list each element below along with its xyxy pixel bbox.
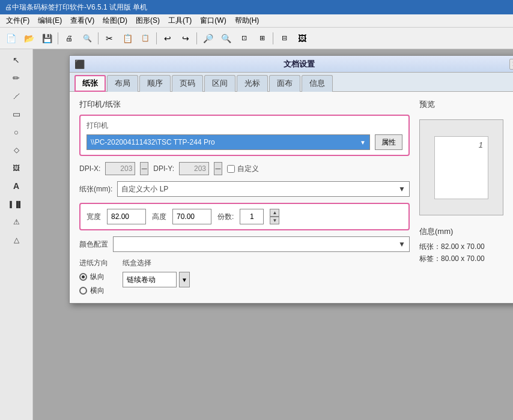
tab-zone[interactable]: 区间 <box>204 75 235 92</box>
printer-value: \\PC-202004111432\TSC TTP-244 Pro <box>91 138 215 146</box>
dialog-close-button[interactable]: ✕ <box>509 59 513 70</box>
copies-spin-down[interactable]: ▼ <box>270 217 279 224</box>
width-label: 宽度 <box>87 212 101 222</box>
width-input[interactable] <box>107 209 146 224</box>
tray-dropdown-arrow-btn[interactable]: ▼ <box>179 272 190 287</box>
printer-row: \\PC-202004111432\TSC TTP-244 Pro ▼ 属性 <box>87 134 402 150</box>
toolbar-undo[interactable]: ↩ <box>159 31 176 46</box>
dpi-x-input[interactable] <box>105 162 135 175</box>
toolbar-preview[interactable]: 🔍 <box>79 31 96 46</box>
tab-layout[interactable]: 布局 <box>107 75 138 92</box>
dpi-y-btn[interactable]: — <box>214 162 222 175</box>
paper-row: 纸张(mm): 自定义大小 LP ▼ <box>79 181 410 197</box>
tab-order[interactable]: 顺序 <box>139 75 171 92</box>
tool-triangle[interactable]: △ <box>7 232 25 248</box>
dialog-tabs: 纸张 布局 顺序 页码 区间 光标 面布 信息 <box>70 73 513 92</box>
info-paper-size: 纸张：82.00 x 70.00 <box>419 241 513 253</box>
paper-label: 纸张(mm): <box>79 184 112 194</box>
tool-text[interactable]: A <box>7 178 25 194</box>
tray-section: 纸盒选择 链续卷动 ▼ <box>123 258 190 296</box>
color-dropdown-arrow: ▼ <box>398 240 405 248</box>
menu-draw[interactable]: 绘图(D) <box>99 15 131 26</box>
copies-spin-up[interactable]: ▲ <box>270 209 279 217</box>
printer-label: 打印机 <box>87 121 402 131</box>
height-label: 高度 <box>152 212 166 222</box>
printer-dropdown[interactable]: \\PC-202004111432\TSC TTP-244 Pro ▼ <box>87 134 370 150</box>
paper-dropdown[interactable]: 自定义大小 LP ▼ <box>117 181 410 197</box>
menu-bar: 文件(F) 编辑(E) 查看(V) 绘图(D) 图形(S) 工具(T) 窗口(W… <box>0 14 513 28</box>
toolbar-sep-5 <box>273 32 273 44</box>
section-printer-title: 打印机/纸张 <box>79 99 410 110</box>
preview-paper: 1 <box>434 136 488 199</box>
toolbar-zoom-all[interactable]: ⊞ <box>253 31 270 46</box>
toolbar-paste[interactable]: 📋 <box>137 31 154 46</box>
toolbar-image[interactable]: 🖼 <box>294 31 311 46</box>
tool-rect[interactable]: ▭ <box>7 106 25 122</box>
radio-landscape-label: 横向 <box>90 286 105 296</box>
toolbar-cut[interactable]: ✂ <box>101 31 118 46</box>
radio-landscape-btn[interactable] <box>79 287 87 295</box>
tab-pagecode[interactable]: 页码 <box>172 75 203 92</box>
toolbar-grid[interactable]: ⊟ <box>276 31 293 46</box>
info-label-size: 标签：80.00 x 70.00 <box>419 253 513 265</box>
tab-paper[interactable]: 纸张 <box>74 75 106 92</box>
dpi-x-btn[interactable]: — <box>140 162 148 175</box>
custom-label: 自定义 <box>237 164 259 174</box>
tab-canvas[interactable]: 面布 <box>269 75 300 92</box>
canvas-area: ⬛ 文档设置 ✕ 纸张 布局 顺序 页码 区间 光标 面布 信息 <box>33 49 513 420</box>
paper-dropdown-arrow: ▼ <box>398 185 405 193</box>
menu-help[interactable]: 帮助(H) <box>231 15 263 26</box>
info-box: 信息(mm) 纸张：82.00 x 70.00 标签：80.00 x 70.00 <box>419 225 513 265</box>
property-button[interactable]: 属性 <box>375 134 402 150</box>
tray-value: 链续卷动 <box>127 275 156 285</box>
app-window: 🖨 中瑞条码标签打印软件-V6.5.1 试用版 单机 文件(F) 编辑(E) 查… <box>0 0 513 420</box>
tool-image[interactable]: 🖼 <box>7 160 25 176</box>
dialog-right-panel: 预览 1 信息(mm) 纸张：82.00 x 70.00 标签：80.00 x … <box>419 99 513 296</box>
menu-view[interactable]: 查看(V) <box>67 15 98 26</box>
toolbar-open[interactable]: 📂 <box>20 31 37 46</box>
tool-barcode[interactable]: ▌▐▌ <box>7 196 25 212</box>
tab-info[interactable]: 信息 <box>302 75 333 92</box>
toolbar: 📄 📂 💾 🖨 🔍 ✂ 📋 📋 ↩ ↪ 🔎 🔍 ⊡ ⊞ ⊟ 🖼 <box>0 28 513 49</box>
tool-ellipse[interactable]: ○ <box>7 124 25 140</box>
tool-diamond[interactable]: ◇ <box>7 142 25 158</box>
printer-dropdown-arrow: ▼ <box>360 139 366 146</box>
copies-spinner: ▲ ▼ <box>270 209 279 224</box>
dpi-x-label: DPI-X: <box>79 164 100 173</box>
menu-edit[interactable]: 编辑(E) <box>34 15 65 26</box>
toolbar-new[interactable]: 📄 <box>2 31 19 46</box>
tool-line[interactable]: ⟋ <box>7 88 25 104</box>
app-title: 中瑞条码标签打印软件-V6.5.1 试用版 单机 <box>12 2 147 13</box>
toolbar-sep-3 <box>156 32 157 44</box>
toolbar-copy[interactable]: 📋 <box>119 31 136 46</box>
tool-select[interactable]: ↖ <box>7 52 25 68</box>
color-dropdown[interactable]: ▼ <box>113 236 410 252</box>
toolbar-redo[interactable]: ↪ <box>177 31 194 46</box>
menu-window[interactable]: 窗口(W) <box>196 15 229 26</box>
tray-select-row: 链续卷动 ▼ <box>123 272 190 287</box>
toolbar-zoom-fit[interactable]: ⊡ <box>235 31 252 46</box>
height-input[interactable] <box>172 209 211 224</box>
toolbar-save[interactable]: 💾 <box>38 31 55 46</box>
toolbar-zoom-out[interactable]: 🔍 <box>217 31 234 46</box>
paper-value: 自定义大小 LP <box>121 184 168 194</box>
toolbar-print[interactable]: 🖨 <box>61 31 77 46</box>
tab-cursor[interactable]: 光标 <box>237 75 268 92</box>
custom-checkbox[interactable] <box>227 165 235 173</box>
preview-box: 1 <box>419 119 503 215</box>
feed-direction-group: 进纸方向 纵向 横向 <box>79 258 108 296</box>
radio-portrait-btn[interactable] <box>79 273 87 281</box>
menu-shape[interactable]: 图形(S) <box>132 15 163 26</box>
copies-input[interactable] <box>240 209 264 224</box>
dpi-y-input[interactable] <box>179 162 209 175</box>
tool-pen[interactable]: ✏ <box>7 70 25 86</box>
menu-file[interactable]: 文件(F) <box>2 15 33 26</box>
tray-dropdown[interactable]: 链续卷动 <box>123 272 177 287</box>
tool-warning[interactable]: ⚠ <box>7 214 25 230</box>
toolbar-zoom-in[interactable]: 🔎 <box>199 31 216 46</box>
preview-paper-label: 1 <box>479 140 483 149</box>
printer-section: 打印机 \\PC-202004111432\TSC TTP-244 Pro ▼ … <box>79 115 410 156</box>
dialog-icon: ⬛ <box>74 59 85 69</box>
menu-tools[interactable]: 工具(T) <box>165 15 195 26</box>
preview-label: 预览 <box>419 99 513 110</box>
